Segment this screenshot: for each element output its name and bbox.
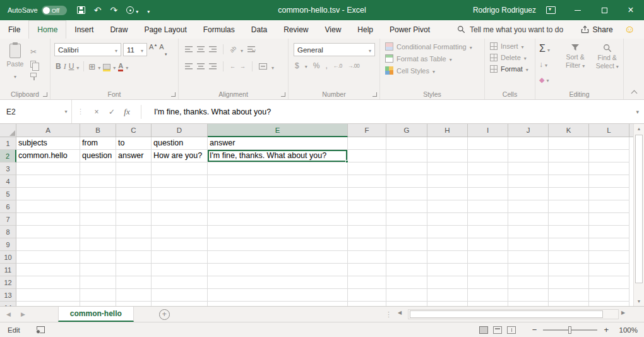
- cell-styles-button[interactable]: Cell Styles: [385, 66, 482, 75]
- cell-K10[interactable]: [549, 251, 589, 264]
- cell-E6[interactable]: [208, 200, 348, 213]
- cell-E7[interactable]: [208, 213, 348, 226]
- cell-L9[interactable]: [589, 238, 629, 251]
- cell-J3[interactable]: [508, 162, 549, 175]
- cell-B3[interactable]: [80, 162, 116, 175]
- cell-D11[interactable]: [152, 264, 208, 276]
- cell-D4[interactable]: [152, 175, 208, 188]
- cell-D6[interactable]: [152, 200, 208, 213]
- cell-B4[interactable]: [80, 175, 116, 188]
- cell-B13[interactable]: [80, 289, 116, 302]
- shrink-font-button[interactable]: A: [159, 43, 167, 56]
- cell-H8[interactable]: [427, 226, 468, 238]
- cell-E12[interactable]: [208, 276, 348, 289]
- cell-C13[interactable]: [116, 289, 152, 302]
- cell-H11[interactable]: [427, 264, 468, 276]
- cell-I6[interactable]: [468, 200, 508, 213]
- cell-L4[interactable]: [589, 175, 629, 188]
- row-header-14[interactable]: 14: [0, 302, 16, 306]
- cell-C12[interactable]: [116, 276, 152, 289]
- cell-F7[interactable]: [348, 213, 386, 226]
- percent-icon[interactable]: %: [313, 61, 320, 70]
- cell-D10[interactable]: [152, 251, 208, 264]
- cell-I9[interactable]: [468, 238, 508, 251]
- font-color-dropdown-icon[interactable]: [126, 61, 128, 72]
- align-right-icon[interactable]: [209, 63, 217, 70]
- cell-C10[interactable]: [116, 251, 152, 264]
- undo-icon[interactable]: [94, 4, 102, 16]
- cell-F12[interactable]: [348, 276, 386, 289]
- cell-I13[interactable]: [468, 289, 508, 302]
- cell-B12[interactable]: [80, 276, 116, 289]
- zoom-level[interactable]: 100%: [614, 326, 638, 334]
- cell-J12[interactable]: [508, 276, 549, 289]
- find-select-button[interactable]: Find & Select: [591, 41, 623, 85]
- expand-formula-bar-icon[interactable]: ▾: [636, 109, 639, 115]
- cell-J11[interactable]: [508, 264, 549, 276]
- row-header-6[interactable]: 6: [0, 200, 16, 213]
- column-header-G[interactable]: G: [386, 124, 427, 137]
- cell-I7[interactable]: [468, 213, 508, 226]
- alignment-dialog-launcher-icon[interactable]: [281, 92, 285, 97]
- currency-dropdown-icon[interactable]: [305, 61, 307, 70]
- cell-H9[interactable]: [427, 238, 468, 251]
- row-header-12[interactable]: 12: [0, 276, 16, 289]
- cell-L2[interactable]: [589, 150, 629, 162]
- cell-A6[interactable]: [16, 200, 80, 213]
- ribbon-tab-power-pivot[interactable]: Power Pivot: [381, 20, 438, 39]
- align-middle-icon[interactable]: [197, 46, 205, 52]
- tell-me-box[interactable]: Tell me what you want to do: [457, 20, 563, 39]
- cell-C6[interactable]: [116, 200, 152, 213]
- cell-B9[interactable]: [80, 238, 116, 251]
- cell-E5[interactable]: [208, 188, 348, 200]
- cell-L7[interactable]: [589, 213, 629, 226]
- cell-C5[interactable]: [116, 188, 152, 200]
- cell-I8[interactable]: [468, 226, 508, 238]
- cell-J8[interactable]: [508, 226, 549, 238]
- column-header-K[interactable]: K: [549, 124, 589, 137]
- cell-J2[interactable]: [508, 150, 549, 162]
- zoom-slider[interactable]: [543, 329, 597, 331]
- cell-E9[interactable]: [208, 238, 348, 251]
- cell-G9[interactable]: [386, 238, 427, 251]
- cell-A11[interactable]: [16, 264, 80, 276]
- ribbon-tab-page-layout[interactable]: Page Layout: [136, 20, 194, 39]
- cell-G11[interactable]: [386, 264, 427, 276]
- page-layout-view-icon[interactable]: [493, 326, 502, 334]
- cell-G14[interactable]: [386, 302, 427, 306]
- ribbon-tab-insert[interactable]: Insert: [66, 20, 102, 39]
- cell-H10[interactable]: [427, 251, 468, 264]
- cell-C11[interactable]: [116, 264, 152, 276]
- name-box-dropdown-icon[interactable]: [61, 100, 72, 123]
- cell-G10[interactable]: [386, 251, 427, 264]
- cell-G4[interactable]: [386, 175, 427, 188]
- fill-handle[interactable]: [345, 160, 349, 163]
- cell-D12[interactable]: [152, 276, 208, 289]
- cell-H6[interactable]: [427, 200, 468, 213]
- cell-B11[interactable]: [80, 264, 116, 276]
- cell-D3[interactable]: [152, 162, 208, 175]
- font-size-combo[interactable]: 11: [123, 43, 147, 56]
- scroll-down-icon[interactable]: ▼: [634, 297, 644, 306]
- cell-L10[interactable]: [589, 251, 629, 264]
- row-header-13[interactable]: 13: [0, 289, 16, 302]
- cell-H1[interactable]: [427, 137, 468, 150]
- hscroll-left-icon[interactable]: [398, 310, 402, 316]
- cell-E14[interactable]: [208, 302, 348, 306]
- cell-L11[interactable]: [589, 264, 629, 276]
- cell-D9[interactable]: [152, 238, 208, 251]
- cell-F10[interactable]: [348, 251, 386, 264]
- number-dialog-launcher-icon[interactable]: [373, 92, 377, 97]
- cell-B6[interactable]: [80, 200, 116, 213]
- close-button[interactable]: [617, 0, 644, 20]
- name-box[interactable]: E2: [0, 100, 61, 123]
- cell-E8[interactable]: [208, 226, 348, 238]
- cell-I2[interactable]: [468, 150, 508, 162]
- cell-I10[interactable]: [468, 251, 508, 264]
- cell-K2[interactable]: [549, 150, 589, 162]
- ribbon-tab-file[interactable]: File: [0, 20, 28, 39]
- borders-dropdown-icon[interactable]: [98, 61, 100, 72]
- cell-H13[interactable]: [427, 289, 468, 302]
- insert-cells-button[interactable]: Insert: [490, 42, 532, 50]
- select-all-corner[interactable]: [0, 124, 16, 137]
